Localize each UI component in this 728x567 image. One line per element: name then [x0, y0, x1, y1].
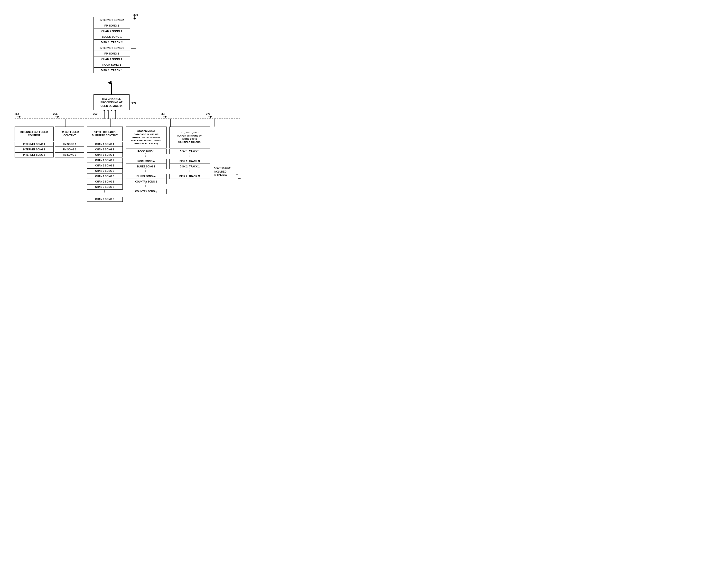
stored-dots-2: ⋮: [143, 168, 147, 173]
label-270-arrow: [208, 116, 213, 121]
internet-song-2: INTERNET SONG 2: [15, 147, 54, 152]
col-label-270: 270: [206, 112, 210, 115]
cd-dots-1: ⋮: [187, 153, 191, 158]
queue-item-2: FM SONG 2: [93, 23, 130, 28]
sat-chan3-song1: CHAN 3 SONG 1: [87, 152, 123, 158]
label-268-arrow: [163, 116, 168, 121]
fm-song-1: FM SONG 1: [55, 142, 84, 147]
internet-header: INTERNET BUFFEREDCONTENT: [15, 127, 54, 141]
queue-item-10: DISK 1: TRACK 1: [93, 67, 130, 73]
sat-chan3-song3: CHAN 3 SONG 3: [87, 185, 123, 190]
rock-song-n: ROCK SONG n: [126, 159, 167, 164]
disk2-track-m: DISK 2: TRACK M: [169, 174, 210, 179]
sat-chan3-song2: CHAN 3 SONG 2: [87, 168, 123, 174]
col-label-262: 262: [93, 112, 97, 115]
fm-header: FM BUFFEREDCONTENT: [55, 127, 84, 141]
sat-chan2-song3: CHAN 2 SONG 3: [87, 179, 123, 184]
queue-item-3: CHAN 2 SONG 1: [93, 28, 130, 34]
svg-marker-27: [165, 116, 167, 118]
queue-item-8: CHAN 1 SONG 1: [93, 56, 130, 62]
sat-chan2-song1: CHAN 2 SONG 1: [87, 147, 123, 152]
cd-dots-2: ⋮: [187, 168, 191, 173]
queue-item-1: INTERNET SONG 2: [93, 17, 130, 23]
country-song-q: COUNTRY SONG q: [126, 189, 167, 194]
blues-song-m: BLUES SONG m: [126, 174, 167, 179]
sat-dots: ⋮: [102, 189, 106, 194]
stored-music-header: STORED MUSICDATABASE IN MP3 OROTHER DIGI…: [126, 127, 167, 149]
label-272: 272: [132, 102, 136, 105]
mix-channel-box: MIX CHANNELPROCESSING ATUSER DEVICE 14: [93, 94, 130, 110]
queue-item-9: ROCK SONG 1: [93, 62, 130, 68]
queue-item-4: BLUES SONG 1: [93, 34, 130, 40]
satellite-header: SATELLITE RADIOBUFFERED CONTENT: [87, 127, 123, 141]
svg-marker-23: [19, 116, 21, 118]
col-label-264: 264: [15, 112, 19, 115]
cd-header: CD, SACD, DVDPLAYER WITH ONE ORMORE DISK…: [169, 127, 210, 149]
svg-marker-29: [210, 116, 212, 118]
queue-item-7: FM SONG 1: [93, 51, 130, 56]
label-260-arrow: [132, 15, 137, 19]
queue-item-6: INTERNET SONG 1: [93, 45, 130, 51]
internet-song-3: INTERNET SONG 3: [15, 152, 54, 158]
sat-chan1-song3: CHAN 1 SONG 3: [87, 174, 123, 179]
sat-chan2-song2: CHAN 2 SONG 2: [87, 163, 123, 168]
svg-marker-25: [57, 116, 59, 118]
label-266-arrow: [55, 116, 60, 121]
fm-song-3: FM SONG 3: [55, 152, 84, 158]
stored-dots-3: ⋮: [143, 183, 147, 188]
label-264-arrow: [17, 116, 21, 121]
diagram-container: 260 INTERNET SONG 2 FM SONG 2 CHAN 2 SON…: [0, 0, 292, 226]
sat-chan1-song2: CHAN 1 SONG 2: [87, 158, 123, 163]
disk2-note: DISK 2 IS NOTINCLUDEDIN THE MIX: [214, 167, 241, 177]
svg-marker-21: [133, 18, 136, 19]
sat-chan1-song1: CHAN 1 SONG 1: [87, 142, 123, 147]
col-label-266: 266: [53, 112, 57, 115]
internet-song-1: INTERNET SONG 1: [15, 142, 54, 147]
stored-dots-1: ⋮: [143, 153, 147, 158]
disk1-track-n: DISK 1: TRACK N: [169, 159, 210, 164]
col-label-268: 268: [161, 112, 165, 115]
sat-chan6-song3: CHAN 6 SONG 3: [87, 197, 123, 202]
fm-song-2: FM SONG 2: [55, 147, 84, 152]
queue-item-5: DISK 1: TRACK 2: [93, 39, 130, 45]
